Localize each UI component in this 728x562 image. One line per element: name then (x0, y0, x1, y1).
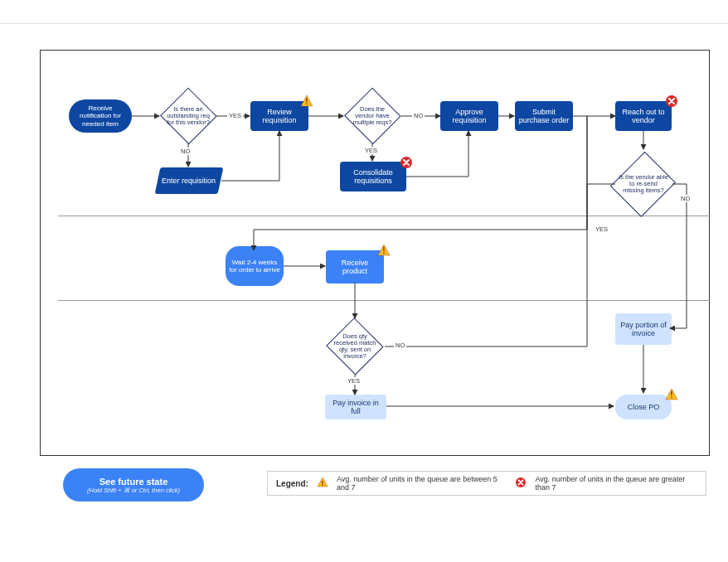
warning-icon: ! (665, 388, 678, 401)
label-no: NO (179, 148, 192, 155)
label-yes: YES (346, 377, 362, 385)
task-pay-full[interactable]: Pay invoice in full (325, 395, 386, 419)
legend-err-text: Avg. number of units in the queue are gr… (535, 475, 697, 492)
task-enter-requisition[interactable]: Enter requisition (155, 167, 224, 194)
task-wait[interactable]: Wait 2-4 weeks for order to arrive (226, 246, 284, 286)
label-no: NO (679, 195, 692, 202)
label-no: NO (394, 342, 406, 349)
error-icon (515, 477, 527, 490)
svg-text:!: ! (321, 479, 323, 487)
decision-resend-items[interactable]: Is the vendor able to re-send missing it… (612, 149, 675, 219)
task-consolidate-requisitions[interactable]: Consolidate requisitions (340, 162, 406, 191)
task-approve-requisition[interactable]: Approve requisition (440, 101, 498, 131)
svg-text:!: ! (670, 390, 672, 400)
label-yes: YES (594, 225, 609, 233)
svg-text:!: ! (305, 97, 308, 106)
decision-qty-match[interactable]: Does qty received match qty. sent on inv… (325, 318, 385, 375)
start-event[interactable]: Receive notification for needed item (69, 99, 132, 133)
task-receive-product[interactable]: Receive product (326, 250, 384, 283)
svg-text:!: ! (382, 246, 385, 255)
error-icon (665, 94, 678, 108)
decision-outstanding-req[interactable]: Is there an outstanding req for this ven… (159, 88, 217, 144)
warning-icon: ! (377, 244, 391, 257)
task-reach-vendor[interactable]: Reach out to vendor (615, 101, 672, 131)
label-yes: YES (227, 112, 243, 119)
error-icon (400, 156, 413, 169)
warning-icon: ! (300, 94, 313, 108)
legend-title: Legend: (276, 479, 308, 488)
label-yes: YES (363, 147, 379, 154)
label-no: NO (412, 112, 425, 119)
legend: Legend: ! Avg. number of units in the qu… (267, 471, 706, 496)
end-close-po[interactable]: Close PO (615, 395, 672, 419)
warning-icon: ! (317, 477, 328, 490)
future-state-button[interactable]: See future state (Hold Shift + ⌘ or Ctrl… (63, 468, 204, 501)
task-pay-portion[interactable]: Pay portion of invoice (615, 313, 672, 345)
task-submit-po[interactable]: Submit purchase order (515, 101, 573, 131)
legend-warn-text: Avg. number of units in the queue are be… (337, 475, 507, 492)
decision-multiple-reqs[interactable]: Does the vendor have multiple reqs? (343, 88, 401, 144)
